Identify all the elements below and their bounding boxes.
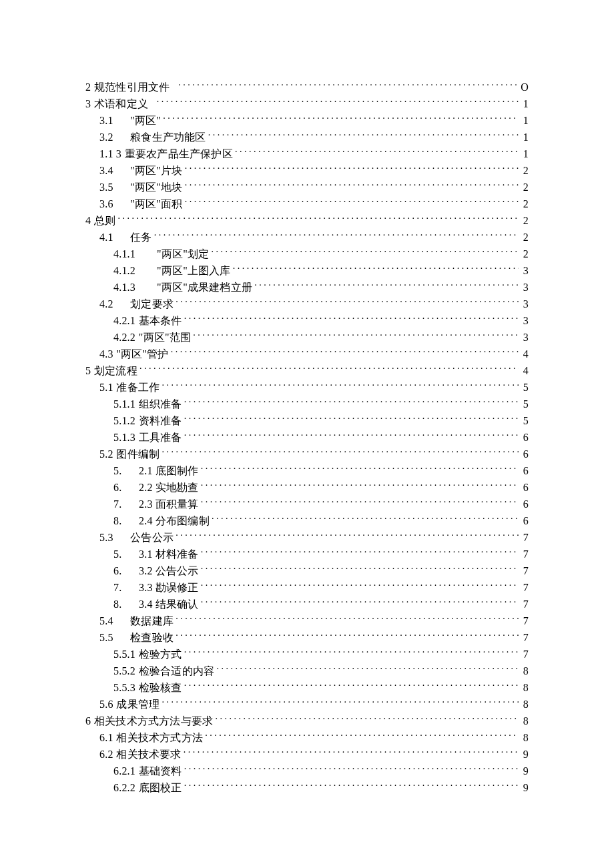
toc-dot-leader [118,213,519,224]
toc-entry-number: 6.2 [99,746,116,763]
toc-entry-page: 7 [521,546,529,562]
toc-entry-number: 6.2.1 [113,763,139,779]
toc-entry-number: 5. [113,546,139,562]
toc-entry: 5.5.3检验核查8 [85,679,529,696]
toc-dot-leader [184,781,519,791]
toc-entry: 6.3.2 公告公示7 [85,562,529,579]
toc-entry: 5.5检查验收7 [85,629,529,646]
toc-entry-number: 3 [85,95,94,112]
toc-dot-leader [185,180,519,191]
toc-entry-page: 2 [521,229,529,246]
toc-dot-leader [235,147,519,157]
toc-entry-number: 5.6 [99,696,116,713]
toc-entry-page: 4 [521,362,529,379]
toc-entry-page: 6 [521,512,529,529]
toc-entry-number: 3.6 [99,195,130,212]
toc-entry-title: 3.3 勘误修正 [139,579,199,596]
toc-entry-title: "两区"片块 [130,162,182,179]
toc-entry-title: 检查验收 [130,629,174,646]
toc-entry-page: 9 [521,779,529,796]
toc-entry-title: 检验合适的内容 [139,663,214,679]
toc-entry-number: 4.2.1 [113,312,139,329]
toc-entry-title: 2.2 实地勘查 [139,479,199,496]
toc-entry-page: 2 [521,195,529,212]
toc-entry-title: 任务 [130,229,151,246]
toc-dot-leader [201,464,519,474]
toc-entry-page: 8 [521,713,529,729]
toc-entry-page: 5 [521,396,529,412]
toc-entry-number: 3.5 [99,179,130,195]
toc-dot-leader [193,330,519,341]
toc-dot-leader [184,747,519,758]
toc-entry-title: 成果管理 [116,696,160,713]
toc-entry-page: 1 [521,129,529,145]
toc-entry-number: 4.2 [99,296,130,312]
toc-entry: 5.4数据建库7 [85,612,529,629]
toc-entry-number: 7. [113,579,139,596]
toc-entry-number: 6. [113,562,139,579]
toc-entry: 3.2粮食生产功能区1 [85,129,529,145]
toc-entry: 3.1"两区"1 [85,112,529,129]
toc-entry-page: 6 [521,496,529,512]
toc-entry-title: 相关技术要求 [116,746,181,763]
toc-entry-number: 4.1.3 [113,279,157,296]
toc-entry: 5.6成果管理8 [85,696,529,713]
toc-entry: 4.2.1基本条件3 [85,312,529,329]
toc-entry-page: O [519,79,529,95]
toc-entry-page: 4 [521,346,529,362]
toc-entry: 4.2划定要求3 [85,296,529,312]
toc-entry-page: 1 [521,95,529,112]
toc-entry-title: 工具准备 [139,429,182,446]
toc-dot-leader [185,163,519,174]
toc-entry-number: 6 [85,713,94,729]
toc-entry-page: 8 [521,729,529,746]
toc-entry-number: 5.1 [99,379,116,396]
toc-entry-number: 5 [85,362,94,379]
toc-dot-leader [184,314,519,324]
toc-entry: 3术语和定义1 [85,95,529,112]
toc-dot-leader [208,130,519,141]
toc-entry-page: 1 [521,112,529,129]
toc-entry: 5.3公告公示7 [85,529,529,546]
toc-dot-leader [201,564,519,574]
toc-entry: 5.3.1 材料准备7 [85,546,529,562]
toc-entry-number: 3.4 [99,162,130,179]
toc-entry: 3.5"两区"地块2 [85,179,529,195]
toc-entry-title: "两区"范围 [139,329,191,346]
toc-entry-page: 3 [521,329,529,346]
toc-dot-leader [212,514,519,524]
toc-entry-page: 7 [521,629,529,646]
table-of-contents: 2规范性引用文件O3术语和定义13.1"两区"13.2粮食生产功能区11.1 3… [85,79,529,796]
toc-dot-leader [205,731,519,741]
toc-dot-leader [139,364,519,374]
toc-entry-page: 2 [521,212,529,229]
toc-entry-title: 相关技术方式方法 [116,729,203,746]
toc-dot-leader [163,113,519,124]
toc-entry: 6相关技术方式方法与要求8 [85,713,529,729]
toc-entry-title: 资料准备 [139,412,182,429]
toc-dot-leader [176,630,519,641]
toc-dot-leader [233,264,519,274]
toc-entry-page: 5 [521,412,529,429]
toc-entry-number: 5. [113,462,139,479]
toc-entry-number: 6. [113,479,139,496]
toc-dot-leader [184,681,519,691]
toc-entry: 7.2.3 面积量算6 [85,496,529,512]
toc-entry-number: 5.2 [99,446,116,462]
toc-entry-title: 3.2 公告公示 [139,562,199,579]
toc-entry-number: 6.1 [99,729,116,746]
toc-dot-leader [154,230,519,241]
toc-entry-title: 基础资料 [139,763,182,779]
toc-entry-number: 4.1.1 [113,246,157,262]
toc-entry-title: 2.4 分布图编制 [139,512,210,529]
toc-dot-leader [176,297,519,308]
toc-dot-leader [201,497,519,508]
toc-entry-title: 划定要求 [130,296,174,312]
toc-entry-page: 6 [521,479,529,496]
toc-entry: 1.1 3重要农产品生产保护区1 [85,145,529,162]
toc-entry-page: 9 [521,746,529,763]
toc-entry: 4.2.2"两区"范围3 [85,329,529,346]
toc-dot-leader [176,530,519,541]
toc-entry-title: 总则 [94,212,115,229]
toc-entry-title: "两区" [130,112,161,129]
